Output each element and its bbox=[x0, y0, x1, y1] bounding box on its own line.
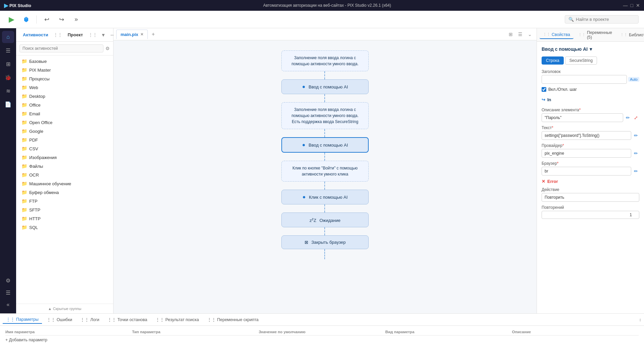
folder-ocr[interactable]: 📁 OCR bbox=[16, 170, 113, 179]
project-search[interactable]: 🔍 bbox=[565, 15, 639, 24]
canvas-tab-close-icon[interactable]: ✕ bbox=[140, 32, 143, 37]
brauser-select-row: br ✏ bbox=[542, 167, 639, 176]
bottom-tab-label: Точки останова bbox=[118, 317, 147, 322]
sidebar-item-list[interactable]: ☰ bbox=[2, 286, 14, 299]
flow-node-close-browser[interactable]: ⊠ Закрыть браузер bbox=[281, 235, 369, 249]
folder-web[interactable]: 📁 Web bbox=[16, 83, 113, 92]
canvas-tab-main[interactable]: main.pix ✕ bbox=[116, 30, 148, 39]
panel-filter-icon[interactable]: ▼ bbox=[100, 32, 107, 38]
flow-node-comment-1[interactable]: Заполнение поля ввода логина с помощью а… bbox=[281, 50, 369, 71]
tab-project[interactable]: Проект bbox=[65, 31, 85, 39]
folder-bazovye[interactable]: 📁 Базовые bbox=[16, 57, 113, 66]
flow-container: Заполнение поля ввода логина с помощью а… bbox=[241, 47, 409, 307]
canvas-view-controls: ⊞ ☰ ⌄ bbox=[507, 30, 534, 38]
search-icon: 🔍 bbox=[568, 17, 574, 22]
folder-ftp[interactable]: 📁 FTP bbox=[16, 197, 113, 205]
project-search-input[interactable] bbox=[576, 17, 635, 22]
node-text: Ввод с помощью AI bbox=[309, 84, 348, 89]
node-text: Ввод с помощью AI bbox=[309, 143, 348, 148]
type-toggle: Строка SecureString bbox=[542, 56, 639, 65]
flow-node-vvod-ai-1[interactable]: ● Ввод с помощью AI bbox=[281, 79, 369, 94]
sidebar-item-doc[interactable]: 📄 bbox=[2, 98, 14, 110]
folder-http[interactable]: 📁 HTTP bbox=[16, 214, 113, 223]
expand-button[interactable]: » bbox=[70, 13, 82, 26]
bottom-tab-errors[interactable]: ⋮⋮ Ошибки bbox=[43, 316, 76, 323]
flow-node-comment-2[interactable]: Заполнение поля ввода логина с помощью а… bbox=[281, 102, 369, 129]
tekst-edit-icon[interactable]: ✏ bbox=[633, 132, 639, 139]
hidden-groups[interactable]: ▲ Скрытые группы bbox=[16, 304, 113, 313]
left-sidebar: ⌂ ☰ ⊞ 🐞 ≋ 📄 ⚙ ☰ « bbox=[0, 28, 16, 313]
search-settings-icon[interactable]: ⚙ bbox=[105, 46, 110, 51]
sidebar-item-home[interactable]: ⌂ bbox=[2, 31, 14, 43]
bottom-tab-breakpoints[interactable]: ⋮⋮ Точки останова bbox=[104, 316, 151, 323]
folder-files[interactable]: 📁 Файлы bbox=[16, 162, 113, 170]
folder-protsessy[interactable]: 📁 Процессы bbox=[16, 74, 113, 83]
record-button[interactable] bbox=[20, 13, 32, 26]
window-controls[interactable]: — □ ✕ bbox=[623, 3, 640, 8]
brauser-select[interactable]: br bbox=[542, 167, 631, 176]
folder-desktop[interactable]: 📁 Desktop bbox=[16, 92, 113, 101]
folder-label: Машинное обучение bbox=[29, 181, 71, 186]
add-parameter-button[interactable]: + Добавить параметр bbox=[5, 336, 639, 344]
redo-button[interactable]: ↪ bbox=[55, 13, 67, 26]
folder-open-office[interactable]: 📁 Open Office bbox=[16, 118, 113, 127]
rp-tab-properties[interactable]: ⋮⋮ Свойства bbox=[540, 31, 573, 39]
zagolovok-input[interactable] bbox=[542, 75, 627, 84]
folder-images[interactable]: 📁 Изображения bbox=[16, 153, 113, 162]
folder-google[interactable]: 📁 Google bbox=[16, 127, 113, 136]
provider-edit-icon[interactable]: ✏ bbox=[633, 150, 639, 157]
flow-node-vvod-ai-2[interactable]: ● Ввод с помощью AI bbox=[281, 137, 369, 153]
flow-node-klik-ai[interactable]: ● Клик с помощью AI bbox=[281, 190, 369, 204]
maximize-button[interactable]: □ bbox=[631, 3, 633, 8]
step-toggle-checkbox[interactable] bbox=[542, 87, 546, 92]
opisanie-expand-icon[interactable]: ⤢ bbox=[633, 114, 639, 121]
undo-button[interactable]: ↩ bbox=[41, 13, 53, 26]
rp-tab-variables[interactable]: ⋮⋮ Переменные (5) bbox=[575, 29, 615, 41]
minimize-button[interactable]: — bbox=[623, 3, 628, 8]
rp-tab-libraries[interactable]: ⋮⋮ Библиотеки bbox=[617, 31, 644, 39]
opisanie-edit-icon[interactable]: ✏ bbox=[625, 114, 631, 121]
folder-pdf[interactable]: 📁 PDF bbox=[16, 136, 113, 144]
bottom-tab-script-vars[interactable]: ⋮⋮ Переменные скрипта bbox=[204, 316, 262, 323]
opisanie-select[interactable]: "Пароль" bbox=[542, 113, 623, 122]
bottom-tab-logs[interactable]: ⋮⋮ Логи bbox=[77, 316, 103, 323]
folder-email[interactable]: 📁 Email bbox=[16, 109, 113, 118]
sidebar-item-debug[interactable]: 🐞 bbox=[2, 71, 14, 83]
toggle-stroka-button[interactable]: Строка bbox=[542, 56, 564, 65]
canvas-tab-add-button[interactable]: + bbox=[149, 31, 157, 37]
sidebar-item-activities[interactable]: ☰ bbox=[2, 44, 14, 56]
bottom-tab-search-result[interactable]: ⋮⋮ Результат поиска bbox=[152, 316, 202, 323]
action-select[interactable]: Повторить bbox=[542, 193, 639, 202]
canvas-expand-button[interactable]: ⌄ bbox=[526, 30, 534, 38]
canvas-content[interactable]: Заполнение поля ввода логина с помощью а… bbox=[113, 40, 537, 313]
rp-title-arrow[interactable]: ▾ bbox=[590, 46, 592, 52]
tab-activities[interactable]: Активности bbox=[20, 31, 51, 39]
toggle-securestring-button[interactable]: SecureString bbox=[565, 56, 597, 65]
play-button[interactable]: ▶ bbox=[5, 13, 17, 26]
bottom-panel-expand-icon[interactable]: ↕ bbox=[639, 317, 642, 322]
tekst-select[interactable]: settings["password"].ToString() bbox=[542, 131, 631, 140]
folder-clipboard[interactable]: 📁 Буфер обмена bbox=[16, 188, 113, 197]
provider-select[interactable]: pix_engine bbox=[542, 149, 631, 158]
sidebar-item-settings[interactable]: ⚙ bbox=[2, 274, 14, 286]
sidebar-item-grid[interactable]: ⊞ bbox=[2, 58, 14, 70]
folder-ml[interactable]: 📁 Машинное обучение bbox=[16, 179, 113, 188]
close-button[interactable]: ✕ bbox=[636, 3, 640, 8]
folder-sql[interactable]: 📁 SQL bbox=[16, 223, 113, 232]
activities-search-input[interactable] bbox=[19, 44, 103, 52]
bottom-tab-icon: ⋮⋮ bbox=[155, 317, 164, 322]
folder-pix-master[interactable]: 📁 PIX Master bbox=[16, 66, 113, 74]
flow-node-wait[interactable]: zzZ Ожидание bbox=[281, 213, 369, 227]
brauser-edit-icon[interactable]: ✏ bbox=[633, 168, 639, 175]
bottom-tab-parameters[interactable]: ⋮⋮ Параметры bbox=[3, 315, 42, 324]
sidebar-item-collapse[interactable]: « bbox=[2, 299, 14, 311]
canvas-list-view-button[interactable]: ☰ bbox=[516, 30, 524, 38]
bottom-content: Имя параметра Тип параметра Значение по … bbox=[0, 326, 644, 347]
folder-csv[interactable]: 📁 CSV bbox=[16, 144, 113, 153]
sidebar-item-wave[interactable]: ≋ bbox=[2, 85, 14, 97]
folder-office[interactable]: 📁 Office bbox=[16, 101, 113, 109]
povtoren-input[interactable] bbox=[542, 211, 639, 219]
folder-sftp[interactable]: 📁 SFTP bbox=[16, 205, 113, 214]
flow-node-comment-3[interactable]: Клик по кнопке "Войти" с помощью активно… bbox=[281, 161, 369, 182]
canvas-grid-view-button[interactable]: ⊞ bbox=[507, 30, 515, 38]
